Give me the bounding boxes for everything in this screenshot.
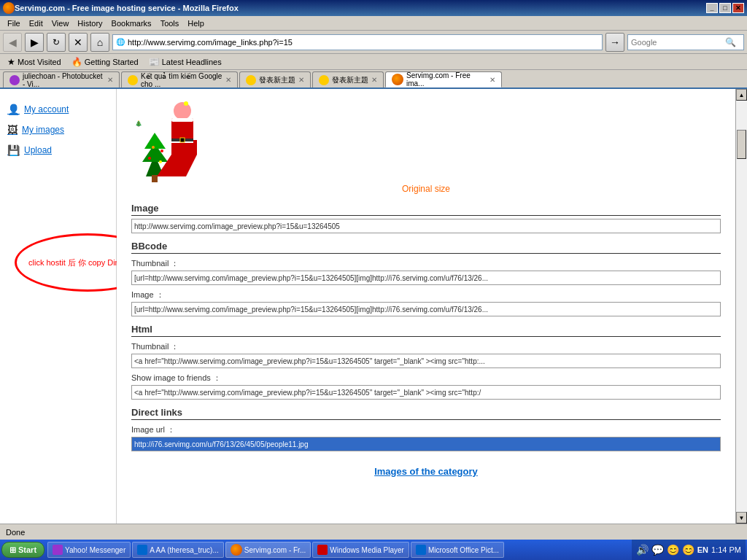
category-link[interactable]: Images of the category — [131, 466, 721, 477]
bookmark-label: Getting Started — [85, 58, 139, 66]
sidebar-item-upload[interactable]: 💾 Upload — [7, 144, 109, 156]
images-icon: 🖼 — [7, 124, 18, 136]
taskbar-label-0: Yahoo! Messenger — [65, 546, 125, 554]
bbcode-image-label: Image ： — [131, 289, 721, 300]
menu-history[interactable]: History — [73, 18, 107, 29]
taskbar-right: 🔊 💬 😊 😊 EN 1:14 PM — [632, 540, 746, 560]
tab-icon-2 — [246, 75, 256, 85]
window-title: Servimg.com - Free image hosting service… — [15, 4, 706, 12]
system-clock: 1:14 PM — [711, 545, 741, 554]
original-size-link[interactable]: Original size — [131, 184, 721, 194]
bbcode-image-input[interactable] — [131, 302, 721, 316]
tab-0[interactable]: juliechoan - Photobucket - Vi... ✕ — [3, 71, 120, 88]
taskbar-item-2[interactable]: Servimg.com - Fr... — [225, 542, 311, 558]
sidebar-upload-label: Upload — [24, 145, 52, 155]
scrollbar[interactable]: ▲ ▼ — [735, 89, 747, 524]
taskbar-label-3: Windows Media Player — [330, 546, 404, 554]
image-section: Image — [131, 203, 721, 233]
sidebar-images-label: My images — [22, 125, 64, 135]
taskbar-icon-0 — [53, 545, 63, 555]
bookmark-latest-headlines[interactable]: 📰 Latest Headlines — [146, 56, 225, 68]
menu-edit[interactable]: Edit — [25, 18, 47, 29]
taskbar-label-4: Microsoft Office Pict... — [428, 546, 499, 554]
html-friends-input[interactable] — [131, 385, 721, 400]
forward-button[interactable]: ▶ — [25, 33, 44, 52]
tab-label-2: 發表新主題 — [259, 75, 295, 85]
tab-1[interactable]: Kết quả tìm kiếm Google cho ... ✕ — [121, 71, 238, 88]
sidebar-item-images[interactable]: 🖼 My images — [7, 124, 109, 136]
tray-icon-3: 😊 — [682, 544, 694, 556]
tab-label-1: Kết quả tìm kiếm Google cho ... — [141, 72, 222, 88]
toolbar: ◀ ▶ ↻ ✕ ⌂ 🌐 → 🔍 — [0, 31, 747, 54]
menu-bar: File Edit View History Bookmarks Tools H… — [0, 16, 747, 31]
windows-icon: ⊞ — [9, 545, 16, 555]
html-thumbnail-input[interactable] — [131, 354, 721, 368]
menu-help[interactable]: Help — [183, 18, 209, 29]
minimize-button[interactable]: _ — [706, 3, 718, 13]
reload-button[interactable]: ↻ — [47, 33, 66, 52]
address-input[interactable] — [128, 38, 599, 47]
address-bar[interactable]: 🌐 — [112, 34, 603, 50]
image-preview: 🎄 Original size — [131, 96, 721, 194]
scroll-down-button[interactable]: ▼ — [736, 512, 747, 524]
search-bar[interactable]: 🔍 — [627, 34, 744, 50]
menu-bookmarks[interactable]: Bookmarks — [107, 18, 156, 29]
scroll-up-button[interactable]: ▲ — [736, 89, 747, 101]
html-section-title: Html — [131, 324, 721, 337]
search-input[interactable] — [628, 38, 723, 47]
christmas-svg: 🎄 — [131, 96, 204, 184]
taskbar-item-0[interactable]: Yahoo! Messenger — [47, 542, 131, 558]
bookmark-label: Most Visited — [18, 58, 61, 66]
taskbar-item-3[interactable]: Windows Media Player — [312, 542, 409, 558]
tab-close-1[interactable]: ✕ — [225, 76, 231, 84]
home-button[interactable]: ⌂ — [90, 33, 109, 52]
bookmark-getting-started[interactable]: 🔥 Getting Started — [69, 56, 142, 68]
window-controls[interactable]: _ □ ✕ — [706, 3, 744, 13]
browser-icon — [3, 2, 15, 14]
maximize-button[interactable]: □ — [719, 3, 731, 13]
window-title-bar: Servimg.com - Free image hosting service… — [0, 0, 747, 16]
bbcode-thumbnail-input[interactable] — [131, 271, 721, 285]
bookmark-most-visited[interactable]: ★ Most Visited — [4, 56, 64, 68]
tab-close-3[interactable]: ✕ — [371, 76, 377, 84]
direct-links-section: Direct links Image url ： — [131, 407, 721, 451]
bbcode-section-title: BBcode — [131, 241, 721, 254]
getting-started-icon: 🔥 — [71, 57, 82, 67]
tab-icon-0 — [9, 75, 20, 85]
tab-4[interactable]: Servimg.com - Free ima... ✕ — [385, 71, 502, 88]
go-button[interactable]: → — [605, 33, 624, 52]
menu-view[interactable]: View — [47, 18, 74, 29]
scroll-thumb[interactable] — [737, 130, 746, 159]
svg-marker-5 — [144, 133, 166, 149]
tab-3[interactable]: 發表新主題 ✕ — [312, 71, 384, 88]
account-icon: 👤 — [7, 104, 20, 115]
start-button[interactable]: ⊞ Start — [1, 542, 44, 558]
tab-2[interactable]: 發表新主題 ✕ — [239, 71, 311, 88]
search-icon-button[interactable]: 🔍 — [723, 35, 738, 50]
tab-close-4[interactable]: ✕ — [489, 76, 495, 84]
taskbar: ⊞ Start Yahoo! Messenger A AA (theresa_t… — [0, 540, 747, 560]
menu-file[interactable]: File — [3, 18, 25, 29]
back-button[interactable]: ◀ — [3, 33, 22, 52]
sidebar: 👤 My account 🖼 My images 💾 Upload click … — [0, 89, 117, 524]
direct-links-input[interactable] — [131, 437, 721, 451]
stop-button[interactable]: ✕ — [69, 33, 88, 52]
menu-tools[interactable]: Tools — [156, 18, 184, 29]
tray-lang: EN — [697, 545, 708, 554]
tray-icon-1: 💬 — [651, 544, 664, 556]
upload-icon: 💾 — [7, 144, 20, 156]
tray-icon-0: 🔊 — [636, 544, 649, 556]
close-button[interactable]: ✕ — [732, 3, 744, 13]
image-url-input[interactable] — [131, 219, 721, 233]
svg-text:🎄: 🎄 — [135, 120, 142, 127]
svg-point-7 — [148, 157, 151, 160]
taskbar-item-1[interactable]: A AA (theresa_truc)... — [132, 542, 224, 558]
taskbar-item-4[interactable]: Microsoft Office Pict... — [411, 542, 504, 558]
sidebar-item-account[interactable]: 👤 My account — [7, 104, 109, 115]
svg-point-9 — [152, 146, 155, 149]
bookmarks-bar: ★ Most Visited 🔥 Getting Started 📰 Lates… — [0, 54, 747, 70]
tab-close-2[interactable]: ✕ — [298, 76, 304, 84]
browser-content: 👤 My account 🖼 My images 💾 Upload click … — [0, 89, 747, 524]
tab-close-0[interactable]: ✕ — [107, 76, 113, 84]
sidebar-account-label: My account — [24, 104, 69, 114]
